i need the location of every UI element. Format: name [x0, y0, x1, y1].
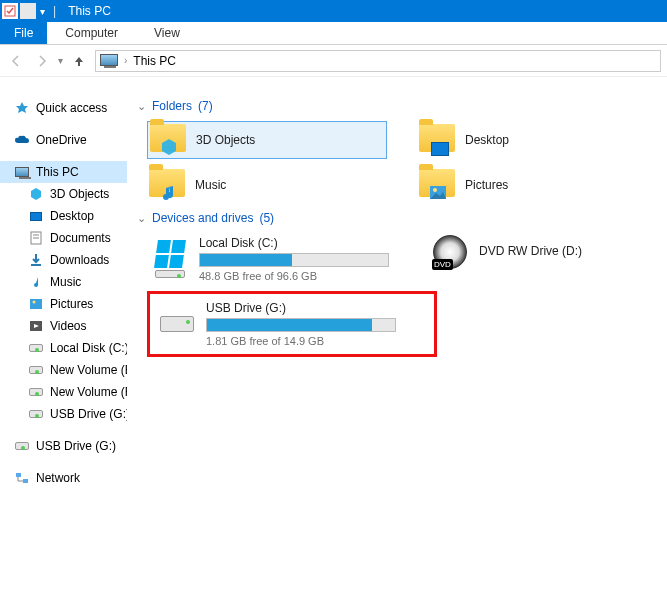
folder-icon [149, 169, 185, 201]
folder-pictures[interactable]: Pictures [417, 167, 657, 203]
sidebar-item[interactable]: Music [0, 271, 127, 293]
sidebar-item[interactable]: Desktop [0, 205, 127, 227]
chevron-down-icon: ⌄ [137, 212, 146, 225]
sidebar-item[interactable]: Videos [0, 315, 127, 337]
nav-up-button[interactable] [69, 51, 89, 71]
drive-usb-g[interactable]: USB Drive (G:) 1.81 GB free of 14.9 GB [154, 298, 414, 350]
svg-rect-9 [23, 479, 28, 483]
sidebar-item-label: New Volume (E:) [50, 363, 127, 377]
windows-drive-icon [151, 243, 189, 275]
folder-icon [419, 124, 455, 156]
nav-forward-button[interactable] [32, 51, 52, 71]
sidebar-item-label: USB Drive (G:) [50, 407, 127, 421]
hdd-icon [14, 438, 30, 454]
folder-label: Music [195, 178, 226, 192]
sidebar-onedrive[interactable]: OneDrive [0, 129, 127, 151]
folder-music[interactable]: Music [147, 167, 387, 203]
sidebar-item-label: Desktop [50, 209, 94, 223]
title-bar: ▾ | This PC [0, 0, 667, 22]
pc-icon [100, 54, 118, 68]
navigation-pane: Quick access OneDrive This PC 3D Objects… [0, 77, 127, 601]
recent-locations-dropdown[interactable]: ▾ [58, 55, 63, 66]
group-count: (7) [198, 99, 213, 113]
address-bar[interactable]: › This PC [95, 50, 661, 72]
tab-file[interactable]: File [0, 22, 47, 44]
sidebar-item-icon [28, 406, 44, 422]
sidebar-item-icon [28, 208, 44, 224]
sidebar-item-label: Videos [50, 319, 86, 333]
sidebar-network[interactable]: Network [0, 467, 127, 489]
main-content: ⌄ Folders (7) 3D Objects Desktop Music P… [127, 77, 667, 601]
sidebar-quick-access[interactable]: Quick access [0, 97, 127, 119]
sidebar-item-label: Network [36, 471, 80, 485]
sidebar-item[interactable]: USB Drive (G:) [0, 403, 127, 425]
folder-desktop[interactable]: Desktop [417, 121, 657, 159]
sidebar-item-label: USB Drive (G:) [36, 439, 116, 453]
sidebar-item-icon [28, 318, 44, 334]
ribbon-tabs: File Computer View [0, 22, 667, 45]
sidebar-item-icon [28, 230, 44, 246]
sidebar-item-icon [28, 274, 44, 290]
pc-icon [14, 164, 30, 180]
dvd-icon: DVD [431, 236, 469, 268]
svg-rect-8 [16, 473, 21, 477]
svg-rect-5 [30, 299, 42, 309]
folder-icon [419, 169, 455, 201]
drive-label: Local Disk (C:) [199, 236, 403, 250]
sidebar-item-label: Local Disk (C:) [50, 341, 127, 355]
network-icon [14, 470, 30, 486]
sidebar-item[interactable]: Documents [0, 227, 127, 249]
sidebar-item[interactable]: 3D Objects [0, 183, 127, 205]
folder-label: Pictures [465, 178, 508, 192]
arrow-left-icon [9, 54, 23, 68]
drive-label: USB Drive (G:) [206, 301, 410, 315]
qat-dropdown-icon[interactable]: ▾ [40, 6, 45, 17]
app-icon[interactable] [2, 3, 18, 19]
sidebar-item[interactable]: Local Disk (C:) [0, 337, 127, 359]
sidebar-item[interactable]: New Volume (E:) [0, 359, 127, 381]
arrow-up-icon [72, 54, 86, 68]
group-label: Folders [152, 99, 192, 113]
arrow-right-icon [35, 54, 49, 68]
group-header-folders[interactable]: ⌄ Folders (7) [137, 99, 657, 113]
breadcrumb-location[interactable]: This PC [133, 54, 176, 68]
sidebar-item[interactable]: Downloads [0, 249, 127, 271]
svg-rect-4 [31, 264, 41, 266]
sidebar-item-label: Pictures [50, 297, 93, 311]
sidebar-this-pc[interactable]: This PC [0, 161, 127, 183]
drive-free-text: 1.81 GB free of 14.9 GB [206, 335, 410, 347]
sidebar-usb-drive[interactable]: USB Drive (G:) [0, 435, 127, 457]
group-label: Devices and drives [152, 211, 253, 225]
sidebar-item[interactable]: Pictures [0, 293, 127, 315]
tab-view[interactable]: View [136, 22, 198, 44]
checkbox-icon [4, 5, 16, 17]
capacity-bar [206, 318, 396, 332]
group-header-drives[interactable]: ⌄ Devices and drives (5) [137, 211, 657, 225]
drive-local-disk-c[interactable]: Local Disk (C:) 48.8 GB free of 96.6 GB [147, 233, 407, 285]
nav-back-button[interactable] [6, 51, 26, 71]
sidebar-item-label: Documents [50, 231, 111, 245]
sidebar-item-icon [28, 384, 44, 400]
capacity-bar [199, 253, 389, 267]
cloud-icon [14, 132, 30, 148]
star-icon [14, 100, 30, 116]
tab-computer[interactable]: Computer [47, 22, 136, 44]
sidebar-item-icon [28, 186, 44, 202]
hdd-icon [158, 308, 196, 340]
group-count: (5) [259, 211, 274, 225]
highlight-annotation: USB Drive (G:) 1.81 GB free of 14.9 GB [147, 291, 437, 357]
sidebar-item-label: OneDrive [36, 133, 87, 147]
qat-item[interactable] [20, 3, 36, 19]
folder-3d-objects[interactable]: 3D Objects [147, 121, 387, 159]
nav-bar: ▾ › This PC [0, 45, 667, 77]
sidebar-item[interactable]: New Volume (F:) [0, 381, 127, 403]
sidebar-item-icon [28, 296, 44, 312]
quick-access-toolbar: ▾ | [2, 3, 60, 19]
drive-dvd[interactable]: DVD DVD RW Drive (D:) [427, 233, 627, 271]
sidebar-item-label: 3D Objects [50, 187, 109, 201]
svg-point-6 [33, 301, 36, 304]
drive-free-text: 48.8 GB free of 96.6 GB [199, 270, 403, 282]
folder-label: Desktop [465, 133, 509, 147]
sidebar-item-label: Quick access [36, 101, 107, 115]
window-title: This PC [68, 4, 111, 18]
